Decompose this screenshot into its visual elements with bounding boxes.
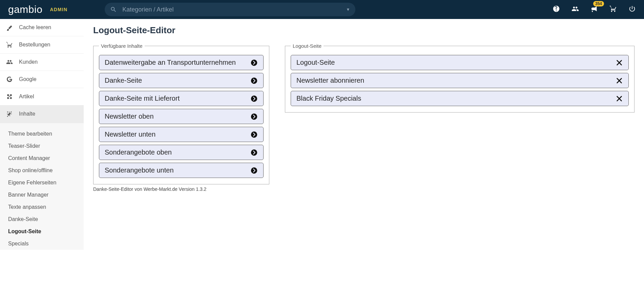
available-content-card[interactable]: Sonderangebote oben <box>99 145 264 160</box>
card-label: Danke-Seite mit Lieferort <box>105 95 180 102</box>
sidebar-item-artikel[interactable]: Artikel <box>0 88 84 105</box>
footnote: Danke-Seite-Editor von Werbe-Markt.de Ve… <box>93 186 269 192</box>
search-input[interactable] <box>122 6 343 13</box>
card-label: Black Friday Specials <box>296 95 361 102</box>
card-label: Sonderangebote oben <box>105 148 172 156</box>
arrow-right-circle-icon <box>250 95 258 102</box>
topbar-actions: 354 <box>553 5 636 14</box>
sidebar-sub-logout-seite[interactable]: Logout-Seite <box>0 225 84 238</box>
card-label: Datenweitergabe an Transportunternehmen <box>105 59 236 66</box>
arrow-right-circle-icon <box>250 149 258 156</box>
sidebar-item-label: Bestellungen <box>19 42 50 48</box>
close-icon[interactable] <box>616 95 623 102</box>
card-label: Newsletter unten <box>105 131 155 138</box>
brand-logo[interactable]: gambio <box>8 4 42 15</box>
sidebar-sub-teaser-slider[interactable]: Teaser-Slider <box>0 140 84 152</box>
topbar: gambio ADMIN ▼ 354 <box>0 0 644 19</box>
sidebar-item-bestellungen[interactable]: Bestellungen <box>0 36 84 54</box>
sidebar-item-kunden[interactable]: Kunden <box>0 54 84 71</box>
main-content: Logout-Seite-Editor Verfügbare Inhalte D… <box>84 19 644 301</box>
available-contents-panel: Verfügbare Inhalte Datenweitergabe an Tr… <box>93 43 269 184</box>
arrow-right-circle-icon <box>250 59 258 66</box>
arrow-right-circle-icon <box>250 77 258 84</box>
megaphone-icon[interactable]: 354 <box>590 5 598 14</box>
card-label: Newsletter oben <box>105 113 154 120</box>
sidebar-item-label: Kunden <box>19 59 38 65</box>
sidebar-item-label: Cache leeren <box>19 24 51 31</box>
svg-point-2 <box>251 95 257 101</box>
sidebar-item-label: Inhalte <box>19 111 35 117</box>
available-legend: Verfügbare Inhalte <box>99 43 145 49</box>
card-label: Logout-Seite <box>296 59 335 66</box>
search-icon <box>110 6 117 13</box>
sidebar-item-inhalte[interactable]: Inhalte <box>0 105 84 123</box>
users-icon[interactable] <box>572 5 579 14</box>
sidebar-sub-danke-seite[interactable]: Danke-Seite <box>0 213 84 225</box>
svg-point-4 <box>251 131 257 137</box>
card-label: Newsletter abonnieren <box>296 77 364 84</box>
available-content-card[interactable]: Sonderangebote unten <box>99 163 264 178</box>
users-icon <box>6 59 13 65</box>
available-content-card[interactable]: Danke-Seite mit Lieferort <box>99 91 264 106</box>
sidebar-sub-texte-anpassen[interactable]: Texte anpassen <box>0 201 84 213</box>
arrow-right-circle-icon <box>250 113 258 120</box>
arrow-right-circle-icon <box>250 167 258 174</box>
sidebar: Cache leerenBestellungenKundenGoogleArti… <box>0 19 84 301</box>
sidebar-item-google[interactable]: Google <box>0 71 84 88</box>
admin-tag: ADMIN <box>50 7 67 12</box>
target-content-card[interactable]: Logout-Seite <box>291 55 629 70</box>
svg-point-0 <box>251 59 257 65</box>
sidebar-sub-shop-online-offline[interactable]: Shop online/offline <box>0 164 84 177</box>
help-icon[interactable] <box>553 5 560 14</box>
sidebar-sub-banner-manager[interactable]: Banner Manager <box>0 189 84 201</box>
google-icon <box>6 76 13 83</box>
svg-point-6 <box>251 167 257 173</box>
power-icon[interactable] <box>628 5 636 14</box>
card-label: Danke-Seite <box>105 77 142 84</box>
sidebar-sub-eigene-fehlerseiten[interactable]: Eigene Fehlerseiten <box>0 177 84 189</box>
wand-icon <box>6 111 13 117</box>
sidebar-sub-content-manager[interactable]: Content Manager <box>0 152 84 164</box>
cart-icon[interactable] <box>609 5 617 14</box>
sidebar-item-label: Google <box>19 76 37 82</box>
close-icon[interactable] <box>616 77 623 84</box>
sitemap-icon <box>6 93 13 100</box>
logout-page-panel: Logout-Seite Logout-SeiteNewsletter abon… <box>285 43 635 113</box>
cart-icon <box>6 41 13 48</box>
search-box[interactable]: ▼ <box>105 3 355 16</box>
target-content-card[interactable]: Newsletter abonnieren <box>291 73 629 88</box>
close-icon[interactable] <box>616 59 623 66</box>
page-title: Logout-Seite-Editor <box>93 25 635 36</box>
available-content-card[interactable]: Danke-Seite <box>99 73 264 88</box>
sidebar-item-cache-leeren[interactable]: Cache leeren <box>0 19 84 36</box>
svg-point-1 <box>251 77 257 83</box>
brush-icon <box>6 24 13 31</box>
available-content-card[interactable]: Datenweitergabe an Transportunternehmen <box>99 55 264 70</box>
target-legend: Logout-Seite <box>291 43 324 49</box>
notification-badge: 354 <box>593 1 604 6</box>
sidebar-item-label: Artikel <box>19 94 34 100</box>
svg-point-5 <box>251 149 257 155</box>
available-content-card[interactable]: Newsletter oben <box>99 109 264 124</box>
sidebar-sub-theme-bearbeiten[interactable]: Theme bearbeiten <box>0 128 84 140</box>
sidebar-sub-specials[interactable]: Specials <box>0 238 84 250</box>
arrow-right-circle-icon <box>250 131 258 138</box>
svg-point-3 <box>251 113 257 119</box>
target-content-card[interactable]: Black Friday Specials <box>291 91 629 106</box>
chevron-down-icon[interactable]: ▼ <box>346 7 350 12</box>
card-label: Sonderangebote unten <box>105 166 174 174</box>
available-content-card[interactable]: Newsletter unten <box>99 127 264 142</box>
